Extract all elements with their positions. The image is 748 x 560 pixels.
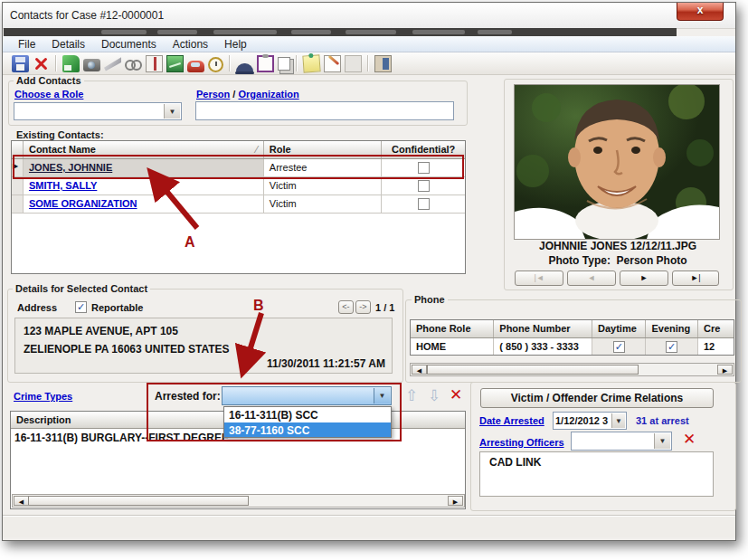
contact-name-column-header[interactable]: Contact Name ⁄ [24, 141, 264, 158]
date-arrested-link[interactable]: Date Arrested [479, 415, 544, 426]
address-next-button[interactable]: -> [355, 300, 371, 314]
address-box: 123 MAPLE AVENUE, APT 105 ZELIENOPLE PA … [14, 318, 393, 374]
clipboard-icon[interactable] [257, 55, 274, 72]
contact-link[interactable]: SOME ORGANIZATION [29, 198, 137, 209]
note-disabled-icon[interactable] [345, 55, 362, 72]
chart-icon[interactable] [166, 55, 184, 72]
scroll-left-icon[interactable]: ◀ [412, 365, 427, 375]
confidential-checkbox[interactable] [418, 198, 430, 210]
contact-link[interactable]: SMITH, SALLY [29, 180, 97, 191]
phone-scrollbar[interactable]: ◀ ▶ [410, 363, 734, 376]
daytime-checkbox[interactable]: ✓ [613, 341, 625, 353]
contact-name-cell[interactable]: JONES, JOHNNIE [24, 159, 264, 176]
hat-icon[interactable] [236, 63, 253, 71]
notebook-icon[interactable] [62, 55, 80, 72]
vehicle-icon[interactable] [187, 61, 204, 72]
cad-link-text: CAD LINK [489, 456, 713, 469]
daytime-header[interactable]: Daytime [592, 320, 646, 337]
save-icon[interactable] [12, 55, 29, 72]
arrested-for-combobox[interactable]: ▼ [222, 386, 392, 405]
dropdown-option[interactable]: 16-11-311(B) SCC [224, 407, 391, 422]
move-up-icon[interactable]: ⇧ [405, 386, 418, 405]
organization-link[interactable]: Organization [238, 89, 298, 100]
confidential-cell [382, 195, 465, 213]
phone-role-header[interactable]: Phone Role [411, 320, 494, 337]
person-link[interactable]: Person [196, 89, 230, 100]
title-bar[interactable]: Contacts for Case #12-0000001 [3, 3, 735, 29]
crime-types-link[interactable]: Crime Types [14, 391, 72, 402]
chevron-down-icon[interactable]: ▼ [164, 104, 180, 119]
edit-icon[interactable] [324, 55, 341, 72]
delete-icon[interactable] [33, 55, 50, 72]
copy-icon[interactable] [278, 57, 290, 71]
knife-icon[interactable] [104, 55, 121, 72]
existing-contacts-table: Contact Name ⁄ Role Confidential? ▶ JONE… [11, 140, 466, 274]
menu-details[interactable]: Details [43, 36, 93, 52]
scroll-thumb[interactable] [28, 496, 249, 506]
add-contacts-label: Add Contacts [14, 75, 84, 86]
contacts-dialog: Contacts for Case #12-0000001 x File Det… [2, 2, 736, 541]
date-arrested-combobox[interactable]: 1/12/2012 3 ▼ [553, 412, 627, 430]
address-prev-button[interactable]: <- [338, 300, 354, 314]
menu-actions[interactable]: Actions [165, 36, 216, 52]
row-selector [12, 195, 24, 213]
photo-first-button[interactable]: |◄ [515, 271, 563, 286]
exit-door-icon[interactable] [374, 55, 392, 72]
blurred-menu-blob [213, 30, 277, 34]
photo-last-button[interactable]: ►| [672, 271, 719, 286]
scroll-thumb[interactable] [427, 365, 639, 375]
handcuffs-icon[interactable] [125, 55, 142, 72]
existing-contacts-header: Contact Name ⁄ Role Confidential? [12, 141, 465, 159]
photo-prev-button[interactable]: ◄ [567, 271, 616, 286]
confidential-column-header[interactable]: Confidential? [382, 141, 465, 158]
victim-offender-relations-button[interactable]: Victim / Offender Crime Relations [480, 388, 714, 408]
menu-documents[interactable]: Documents [93, 36, 165, 52]
row-selector-icon: ▶ [12, 159, 24, 176]
confidential-checkbox[interactable] [418, 180, 430, 192]
watch-icon[interactable] [208, 57, 223, 72]
person-org-separator: / [232, 89, 235, 100]
phone-row[interactable]: HOME ( 850 ) 333 - 3333 ✓ ✓ 12 [411, 338, 734, 356]
evening-header[interactable]: Evening [646, 320, 697, 337]
menu-file[interactable]: File [10, 36, 43, 52]
photo-next-button[interactable]: ► [620, 271, 668, 286]
menu-help[interactable]: Help [216, 36, 255, 52]
contact-name-cell[interactable]: SMITH, SALLY [24, 177, 264, 195]
camera-icon[interactable] [83, 59, 100, 71]
contact-name-input[interactable] [195, 101, 454, 120]
move-down-icon[interactable]: ⇩ [428, 386, 440, 405]
dropdown-option-highlighted[interactable]: 38-77-1160 SCC [224, 422, 391, 437]
scroll-right-icon[interactable]: ▶ [717, 365, 733, 375]
clothing-icon[interactable] [146, 55, 163, 72]
chevron-down-icon[interactable]: ▼ [654, 433, 670, 449]
chevron-down-icon[interactable]: ▼ [374, 388, 390, 403]
arresting-officers-link[interactable]: Arresting Officers [479, 437, 564, 448]
choose-a-role-link[interactable]: Choose a Role [14, 89, 83, 100]
scroll-left-icon[interactable]: ◀ [14, 496, 29, 506]
close-button[interactable]: x [677, 3, 724, 21]
contact-name-cell[interactable]: SOME ORGANIZATION [24, 195, 264, 213]
confidential-checkbox[interactable] [418, 162, 430, 174]
evening-checkbox[interactable]: ✓ [666, 341, 677, 353]
table-row[interactable]: ▶ JONES, JOHNNIE Arrestee [12, 159, 465, 177]
delete-officer-icon[interactable]: ✕ [683, 430, 696, 449]
row-selector [12, 177, 24, 195]
table-row[interactable]: SOME ORGANIZATION Victim [12, 195, 465, 214]
role-combobox[interactable]: ▼ [14, 102, 182, 120]
scroll-right-icon[interactable]: ▶ [448, 496, 463, 506]
person-organization-links: Person / Organization [196, 89, 299, 100]
role-column-header[interactable]: Role [264, 141, 382, 158]
delete-crime-icon[interactable]: ✕ [450, 385, 462, 404]
arresting-officers-combobox[interactable]: ▼ [571, 432, 672, 451]
contact-link[interactable]: JONES, JOHNNIE [29, 162, 112, 173]
reportable-checkbox[interactable]: ✓ [75, 301, 87, 313]
table-row[interactable]: SMITH, SALLY Victim [12, 177, 465, 195]
description-scrollbar[interactable]: ◀ ▶ [12, 494, 465, 508]
phone-number-header[interactable]: Phone Number [494, 320, 592, 337]
sort-icon: ⁄ [256, 144, 258, 155]
note-icon[interactable] [302, 54, 320, 72]
chevron-down-icon[interactable]: ▼ [611, 413, 625, 428]
created-header[interactable]: Cre [698, 320, 734, 337]
photo-type-line: Photo Type: Person Photo [506, 254, 730, 267]
photo-type-label: Photo Type: [548, 254, 610, 267]
